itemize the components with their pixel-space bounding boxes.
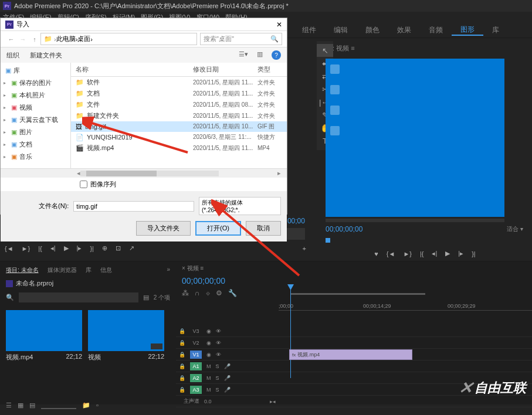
add-button-icon[interactable]: +	[303, 245, 306, 252]
step-back-icon[interactable]: ◂|	[432, 250, 437, 257]
sidebar-documents[interactable]: ▸▣文档	[1, 138, 70, 151]
tab-project[interactable]: 项目: 未命名	[6, 266, 39, 274]
toggle-output-icon[interactable]: ◉	[206, 340, 211, 346]
track-content[interactable]: fx视频.mp4	[279, 349, 532, 360]
tree-toggle-icon[interactable]: ▸	[4, 130, 9, 135]
tree-toggle-icon[interactable]: ▸	[4, 93, 9, 98]
timeline-ruler[interactable]: ;00;00 00;00;14;29 00;00;29;29	[279, 302, 532, 311]
import-folder-button[interactable]: 导入文件夹	[136, 221, 191, 236]
tab-audio[interactable]: 音频	[420, 25, 452, 35]
lock-icon[interactable]: 🔒	[179, 340, 185, 346]
nav-back-icon[interactable]: ←	[5, 36, 17, 43]
new-item-icon[interactable]: ▫	[96, 402, 99, 409]
tree-toggle-icon[interactable]: ▸	[4, 154, 9, 159]
lock-icon[interactable]: 🔒	[179, 375, 185, 381]
play-icon[interactable]: ▶	[64, 244, 69, 252]
track-label[interactable]: V3	[190, 327, 202, 335]
col-name[interactable]: 名称	[76, 65, 193, 74]
timeline-timecode[interactable]: 00;00;00;00	[182, 274, 526, 287]
sidebar-saved-pics[interactable]: ▸▣保存的图片	[1, 77, 70, 89]
mark-out-icon[interactable]: ►}	[22, 245, 31, 252]
list-view-icon[interactable]: ☰	[6, 402, 12, 409]
organize-button[interactable]: 组织	[6, 51, 19, 60]
track-content[interactable]	[279, 325, 532, 336]
overwrite-icon[interactable]: ⊡	[116, 244, 121, 252]
tab-color[interactable]: 颜色	[357, 25, 388, 35]
lock-icon[interactable]: 🔒	[179, 352, 185, 358]
mute-icon[interactable]: M	[206, 375, 211, 381]
thumbnail-item[interactable]: 视频.mp422;12	[6, 310, 82, 363]
toggle-sync-icon[interactable]: 👁	[216, 328, 221, 334]
file-row[interactable]: 📁文档2020/11/5, 星期四 11...文件夹	[71, 88, 287, 99]
mute-icon[interactable]: M	[206, 363, 211, 369]
timeline-tab[interactable]: × 视频 ≡	[182, 265, 204, 271]
help-icon[interactable]: ?	[272, 50, 281, 60]
add-marker-icon[interactable]: ♥	[374, 250, 378, 257]
program-scrubber[interactable]	[326, 236, 529, 245]
sidebar-pictures[interactable]: ▸▣图片	[1, 126, 70, 138]
go-in-icon[interactable]: |{	[38, 245, 42, 252]
mark-out-icon[interactable]: ►}	[403, 250, 412, 257]
track-label[interactable]: A2	[190, 374, 202, 382]
nav-forward-icon[interactable]: →	[17, 36, 29, 43]
export-icon[interactable]: ↗	[129, 244, 134, 252]
file-row[interactable]: 📁软件2020/11/5, 星期四 11...文件夹	[71, 77, 287, 88]
sidebar-videos[interactable]: ▸▣视频	[1, 101, 70, 114]
new-bin-icon[interactable]: 📁	[82, 402, 90, 409]
solo-icon[interactable]: S	[216, 387, 219, 393]
mark-in-icon[interactable]: {◄	[387, 250, 395, 257]
tab-library[interactable]: 库	[483, 25, 508, 35]
mark-in-icon[interactable]: {◄	[5, 245, 13, 252]
lock-icon[interactable]: 🔒	[179, 363, 185, 369]
breadcrumb-folder[interactable]: 桌面	[77, 35, 90, 43]
tree-toggle-icon[interactable]: ▸	[4, 105, 9, 110]
track-label[interactable]: A1	[190, 362, 202, 370]
filter-dropdown[interactable]: 所有支持的媒体 (*.264;*.3G2;*.	[199, 197, 281, 215]
go-out-icon[interactable]: }|	[90, 245, 94, 252]
wrench-icon[interactable]: 🔧	[228, 289, 237, 297]
voice-icon[interactable]: 🎤	[224, 387, 231, 393]
step-fwd-icon[interactable]: |▸	[77, 244, 82, 252]
scrollbar-thumb[interactable]	[86, 171, 157, 176]
scroll-right-icon[interactable]: ▸	[277, 169, 281, 177]
icon-view-icon[interactable]: ▦	[18, 402, 23, 409]
search-box[interactable]: 搜索"桌面" 🔍	[200, 33, 282, 45]
tree-toggle-icon[interactable]: ▸	[4, 80, 9, 86]
tree-toggle-icon[interactable]: ▾	[1, 68, 4, 73]
video-clip[interactable]: fx视频.mp4	[289, 349, 412, 360]
preview-scrubber[interactable]	[326, 219, 504, 222]
tab-library[interactable]: 库	[86, 266, 92, 274]
sidebar-network[interactable]: ▸▣网络	[1, 168, 70, 168]
view-details-icon[interactable]: ▥	[257, 50, 263, 60]
go-out-icon[interactable]: }|	[472, 250, 476, 257]
voice-icon[interactable]: 🎤	[224, 363, 231, 369]
cancel-button[interactable]: 取消	[246, 221, 281, 236]
newfolder-button[interactable]: 新建文件夹	[30, 51, 62, 60]
sidebar-music[interactable]: ▸▣音乐	[1, 151, 70, 163]
marker-icon[interactable]: ⟐	[206, 289, 210, 297]
tree-toggle-icon[interactable]: ▸	[4, 117, 9, 123]
voice-icon[interactable]: 🎤	[224, 375, 231, 381]
toggle-sync-icon[interactable]: 👁	[216, 352, 221, 358]
step-back-icon[interactable]: ◂|	[50, 244, 56, 252]
program-preview[interactable]	[326, 59, 504, 217]
sidebar-library[interactable]: ▾▣库	[1, 64, 70, 77]
play-icon[interactable]: ▶	[445, 250, 450, 257]
solo-icon[interactable]: S	[216, 363, 219, 369]
dialog-scrollbar[interactable]: ◂ ▸	[1, 168, 287, 178]
sidebar-camera-roll[interactable]: ▸▣本机照片	[1, 89, 70, 101]
lock-icon[interactable]: 🔒	[179, 328, 185, 334]
track-label[interactable]: V1	[190, 351, 202, 359]
scrollbar-track[interactable]	[80, 171, 219, 176]
settings-icon[interactable]: ⚙	[216, 289, 222, 297]
file-row[interactable]: 🎬视频.mp42020/11/5, 星期四 11...MP4	[71, 142, 287, 154]
tab-info[interactable]: 信息	[100, 266, 112, 274]
col-date[interactable]: 修改日期	[193, 65, 257, 74]
more-icon[interactable]: »	[167, 266, 170, 274]
tab-editing[interactable]: 编辑	[325, 25, 357, 35]
tree-toggle-icon[interactable]: ▸	[4, 142, 9, 147]
insert-icon[interactable]: ⊕	[102, 244, 107, 252]
view-icons-icon[interactable]: ☰▾	[239, 50, 248, 60]
open-button[interactable]: 打开(O)	[195, 221, 241, 236]
track-label[interactable]: A3	[190, 386, 202, 394]
